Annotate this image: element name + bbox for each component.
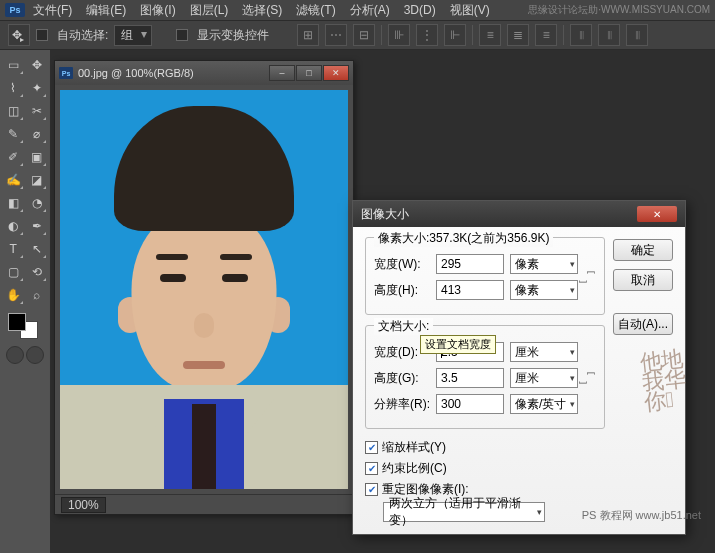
tool-brush[interactable]: ✐ — [2, 146, 25, 168]
tool-path[interactable]: ↖ — [26, 238, 49, 260]
tool-dodge[interactable]: ◐ — [2, 215, 25, 237]
auto-select-checkbox[interactable] — [36, 29, 48, 41]
options-bar: ✥▸ 自动选择: 组 显示变换控件 ⊞ ⋯ ⊟ ⊪ ⋮ ⊩ ≡ ≣ ≡ ⫴ ⫴ … — [0, 20, 715, 50]
document-size-label: 文档大小: — [374, 318, 433, 335]
ok-button[interactable]: 确定 — [613, 239, 673, 261]
fg-color-swatch[interactable] — [8, 313, 26, 331]
scale-styles-label: 缩放样式(Y) — [382, 439, 446, 456]
color-swatches[interactable] — [2, 311, 48, 343]
doc-height-input[interactable]: 3.5 — [436, 368, 504, 388]
tool-3d[interactable]: ⟲ — [26, 261, 49, 283]
watermark-2: PS 教程网 www.jb51.net — [582, 508, 701, 523]
cancel-button[interactable]: 取消 — [613, 269, 673, 291]
image-size-dialog: 图像大小 ✕ 像素大小:357.3K(之前为356.9K) 宽度(W): 295… — [352, 200, 686, 535]
tool-move[interactable]: ✥ — [26, 54, 49, 76]
quick-mask-btn[interactable] — [6, 346, 24, 364]
tool-pen[interactable]: ✒ — [26, 215, 49, 237]
pixel-dimensions-label: 像素大小:357.3K(之前为356.9K) — [374, 230, 553, 247]
doc-height-unit[interactable]: 厘米▾ — [510, 368, 578, 388]
menu-view[interactable]: 视图(V) — [450, 2, 490, 19]
screen-mode-btn[interactable] — [26, 346, 44, 364]
doc-width-unit[interactable]: 厘米▾ — [510, 342, 578, 362]
resample-method-dropdown[interactable]: 两次立方（适用于平滑渐变）▾ — [383, 502, 545, 522]
distribute-icon[interactable]: ⫴ — [626, 24, 648, 46]
distribute-icon[interactable]: ⫴ — [598, 24, 620, 46]
tool-eraser[interactable]: ◪ — [26, 169, 49, 191]
menu-edit[interactable]: 编辑(E) — [86, 2, 126, 19]
height-label: 高度(H): — [374, 282, 430, 299]
width-px-unit[interactable]: 像素▾ — [510, 254, 578, 274]
doc-height-label: 高度(G): — [374, 370, 430, 387]
app-logo: Ps — [5, 3, 25, 17]
tool-stamp[interactable]: ▣ — [26, 146, 49, 168]
document-window: Ps 00.jpg @ 100%(RGB/8) – □ ✕ — [54, 60, 354, 515]
width-px-input[interactable]: 295 — [436, 254, 504, 274]
resolution-input[interactable]: 300 — [436, 394, 504, 414]
tool-heal[interactable]: ⌀ — [26, 123, 49, 145]
close-button[interactable]: ✕ — [323, 65, 349, 81]
tooltip: 设置文档宽度 — [420, 335, 496, 354]
distribute-icon[interactable]: ≡ — [479, 24, 501, 46]
photo-canvas[interactable] — [60, 90, 348, 489]
tool-slice[interactable]: ✂ — [26, 100, 49, 122]
dialog-close-button[interactable]: ✕ — [637, 206, 677, 222]
doc-logo-icon: Ps — [59, 67, 73, 79]
align-icon[interactable]: ⊟ — [353, 24, 375, 46]
width-label: 宽度(W): — [374, 256, 430, 273]
quick-mask — [2, 346, 48, 364]
zoom-level[interactable]: 100% — [61, 497, 106, 513]
menu-select[interactable]: 选择(S) — [242, 2, 282, 19]
tool-blur[interactable]: ◔ — [26, 192, 49, 214]
tool-lasso[interactable]: ⌇ — [2, 77, 25, 99]
scale-styles-checkbox[interactable]: ✔ — [365, 441, 378, 454]
constrain-checkbox[interactable]: ✔ — [365, 462, 378, 475]
align-icon[interactable]: ⊩ — [444, 24, 466, 46]
maximize-button[interactable]: □ — [296, 65, 322, 81]
resolution-unit[interactable]: 像素/英寸▾ — [510, 394, 578, 414]
tool-wand[interactable]: ✦ — [26, 77, 49, 99]
distribute-icon[interactable]: ⫴ — [570, 24, 592, 46]
pixel-dimensions-group: 像素大小:357.3K(之前为356.9K) 宽度(W): 295 像素▾ 高度… — [365, 237, 605, 315]
menu-filter[interactable]: 滤镜(T) — [296, 2, 335, 19]
document-titlebar[interactable]: Ps 00.jpg @ 100%(RGB/8) – □ ✕ — [55, 61, 353, 85]
show-transform-label: 显示变换控件 — [197, 27, 269, 44]
minimize-button[interactable]: – — [269, 65, 295, 81]
distribute-icon[interactable]: ≡ — [535, 24, 557, 46]
align-icon[interactable]: ⊪ — [388, 24, 410, 46]
canvas-area: Ps 00.jpg @ 100%(RGB/8) – □ ✕ — [50, 50, 715, 553]
show-transform-checkbox[interactable] — [176, 29, 188, 41]
dialog-titlebar[interactable]: 图像大小 ✕ — [353, 201, 685, 227]
document-status: 100% — [55, 494, 353, 514]
tool-type[interactable]: T — [2, 238, 25, 260]
tool-shape[interactable]: ▢ — [2, 261, 25, 283]
link-icon[interactable]: ⎵⎴ — [578, 257, 596, 297]
menu-layer[interactable]: 图层(L) — [190, 2, 229, 19]
tool-crop[interactable]: ◫ — [2, 100, 25, 122]
resolution-label: 分辨率(R): — [374, 396, 430, 413]
tool-marquee[interactable]: ▭ — [2, 54, 25, 76]
menu-file[interactable]: 文件(F) — [33, 2, 72, 19]
align-icon[interactable]: ⋮ — [416, 24, 438, 46]
menu-image[interactable]: 图像(I) — [140, 2, 175, 19]
auto-select-label: 自动选择: — [57, 27, 108, 44]
dialog-title: 图像大小 — [361, 206, 409, 223]
watermark: 思缘设计论坛助·WWW.MISSYUAN.COM — [528, 3, 710, 17]
move-tool-icon[interactable]: ✥▸ — [8, 24, 30, 46]
link-icon[interactable]: ⎵⎴ — [578, 358, 596, 398]
tool-eyedropper[interactable]: ✎ — [2, 123, 25, 145]
tool-history[interactable]: ✍ — [2, 169, 25, 191]
auto-button[interactable]: 自动(A)... — [613, 313, 673, 335]
auto-select-dropdown[interactable]: 组 — [114, 25, 152, 46]
align-icon[interactable]: ⋯ — [325, 24, 347, 46]
height-px-unit[interactable]: 像素▾ — [510, 280, 578, 300]
tool-zoom[interactable]: ⌕ — [26, 284, 49, 306]
menu-analysis[interactable]: 分析(A) — [350, 2, 390, 19]
constrain-label: 约束比例(C) — [382, 460, 447, 477]
resample-checkbox[interactable]: ✔ — [365, 483, 378, 496]
align-icon[interactable]: ⊞ — [297, 24, 319, 46]
distribute-icon[interactable]: ≣ — [507, 24, 529, 46]
menu-3d[interactable]: 3D(D) — [404, 3, 436, 17]
tool-gradient[interactable]: ◧ — [2, 192, 25, 214]
height-px-input[interactable]: 413 — [436, 280, 504, 300]
tool-hand[interactable]: ✋ — [2, 284, 25, 306]
